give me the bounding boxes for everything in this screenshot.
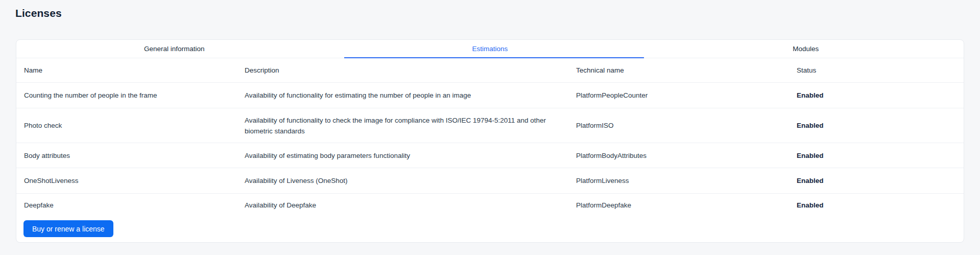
license-description: Availability of functionality for estima…	[237, 90, 568, 101]
column-header-status: Status	[789, 65, 964, 76]
license-description: Availability of Deepfake	[237, 200, 568, 211]
license-name: Photo check	[16, 120, 237, 131]
license-technical-name: PlatformBodyAttributes	[568, 150, 789, 161]
license-name: OneShotLiveness	[16, 175, 237, 186]
table-row: Body attributes Availability of estimati…	[16, 143, 964, 168]
licenses-page: Licenses	[0, 0, 980, 19]
license-description: Availability of Liveness (OneShot)	[237, 175, 568, 186]
license-description: Availability of functionality to check t…	[237, 115, 568, 136]
license-technical-name: PlatformDeepfake	[568, 200, 789, 211]
license-status: Enabled	[789, 120, 964, 131]
tab-general-information[interactable]: General information	[16, 40, 332, 58]
license-description: Availability of estimating body paramete…	[237, 150, 568, 161]
column-header-description: Description	[237, 65, 568, 76]
license-technical-name: PlatformLiveness	[568, 175, 789, 186]
tab-general-information-label: General information	[144, 45, 205, 53]
licenses-panel: General information Estimations Modules …	[16, 39, 964, 243]
table-header-row: Name Description Technical name Status	[16, 58, 964, 83]
license-name: Counting the number of people in the fra…	[16, 90, 237, 101]
tab-modules-label: Modules	[793, 45, 819, 53]
tab-estimations-label: Estimations	[472, 45, 508, 53]
license-technical-name: PlatformISO	[568, 120, 789, 131]
column-header-technical-name: Technical name	[568, 65, 789, 76]
license-name: Deepfake	[16, 200, 237, 211]
license-status: Enabled	[789, 150, 964, 161]
tab-bar: General information Estimations Modules	[16, 40, 964, 58]
license-status: Enabled	[789, 200, 964, 211]
license-status: Enabled	[789, 175, 964, 186]
table-row: Counting the number of people in the fra…	[16, 83, 964, 108]
license-technical-name: PlatformPeopleCounter	[568, 90, 789, 101]
license-status: Enabled	[789, 90, 964, 101]
table-row: OneShotLiveness Availability of Liveness…	[16, 168, 964, 194]
tab-estimations[interactable]: Estimations	[332, 40, 648, 58]
column-header-name: Name	[16, 65, 237, 76]
page-title: Licenses	[15, 7, 965, 19]
table-row: Photo check Availability of functionalit…	[16, 108, 964, 143]
tab-modules[interactable]: Modules	[648, 40, 964, 58]
buy-or-renew-license-button[interactable]: Buy or renew a license	[23, 220, 113, 237]
table-row: Deepfake Availability of Deepfake Platfo…	[16, 194, 964, 216]
license-name: Body attributes	[16, 150, 237, 161]
